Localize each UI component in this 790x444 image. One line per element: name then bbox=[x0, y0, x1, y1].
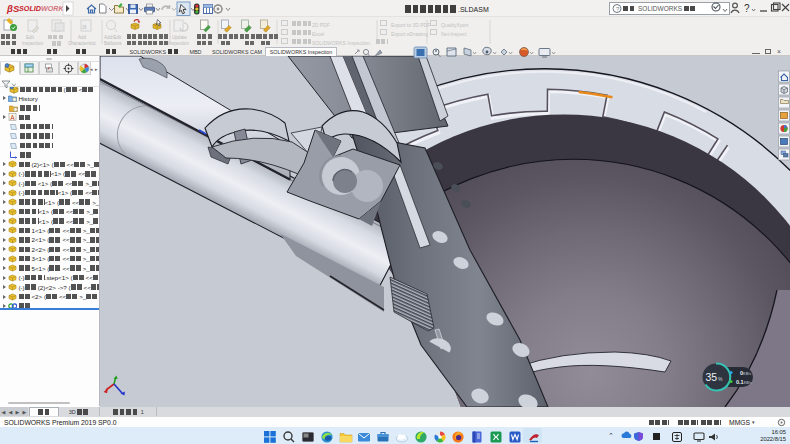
svg-text:A: A bbox=[10, 114, 15, 121]
svg-text:βS: βS bbox=[6, 3, 20, 14]
svg-text:%: % bbox=[718, 376, 723, 382]
svg-text:35: 35 bbox=[706, 371, 718, 383]
svg-text:SOLIDWORKS: SOLIDWORKS bbox=[19, 4, 69, 13]
svg-text:?: ? bbox=[744, 3, 750, 14]
svg-text:a: a bbox=[82, 22, 87, 31]
